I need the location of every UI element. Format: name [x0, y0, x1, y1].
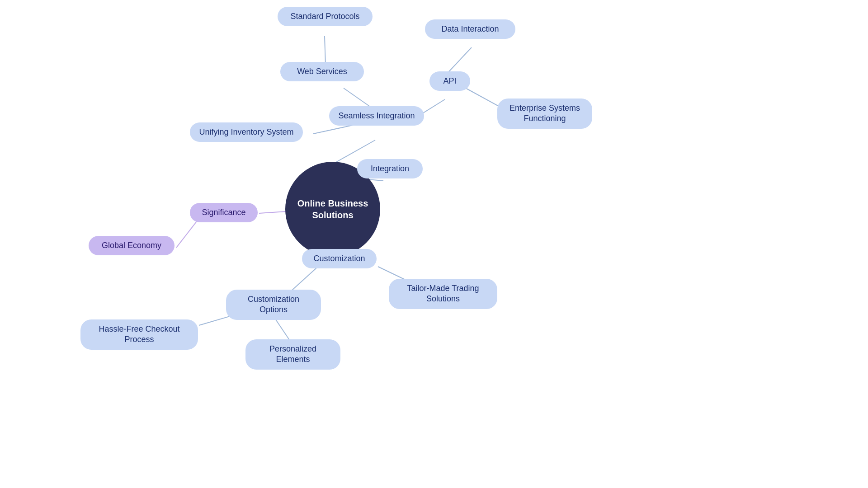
- customization-node: Customization: [302, 249, 377, 268]
- customization-options-node: Customization Options: [226, 290, 321, 320]
- personalized-elements-node: Personalized Elements: [245, 339, 340, 370]
- standard-protocols-node: Standard Protocols: [278, 7, 373, 26]
- integration-node: Integration: [357, 159, 423, 178]
- api-node: API: [429, 71, 470, 91]
- tailor-made-node: Tailor-Made Trading Solutions: [389, 279, 497, 309]
- web-services-node: Web Services: [280, 62, 364, 81]
- seamless-integration-node: Seamless Integration: [329, 106, 424, 126]
- global-economy-node: Global Economy: [89, 236, 175, 255]
- significance-node: Significance: [190, 203, 258, 222]
- data-interaction-node: Data Interaction: [425, 19, 515, 39]
- svg-line-2: [259, 211, 286, 213]
- svg-line-10: [176, 221, 197, 248]
- svg-line-9: [313, 124, 357, 134]
- svg-line-5: [325, 36, 326, 66]
- unifying-inventory-node: Unifying Inventory System: [190, 122, 303, 142]
- enterprise-systems-node: Enterprise SystemsFunctioning: [497, 99, 592, 129]
- svg-line-14: [274, 316, 289, 340]
- hassle-free-node: Hassle-Free Checkout Process: [80, 319, 198, 350]
- svg-line-12: [292, 268, 316, 291]
